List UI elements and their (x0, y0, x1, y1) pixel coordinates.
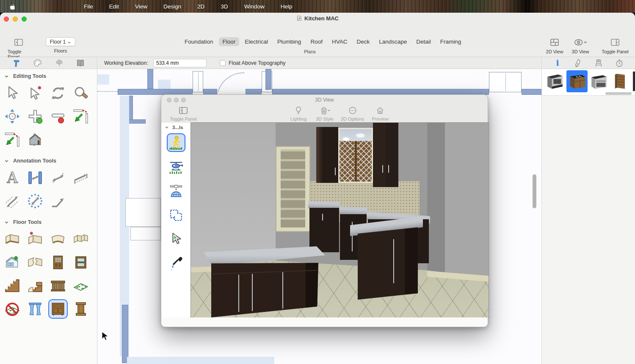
tool-door[interactable] (48, 253, 68, 272)
tool-add-object[interactable] (25, 107, 45, 126)
tool-floor-none[interactable] (3, 299, 22, 319)
tool-multiple-walls[interactable] (71, 229, 91, 249)
tab-hvac[interactable]: HVAC (328, 37, 351, 46)
tool-soffit[interactable] (25, 299, 45, 319)
apple-logo-icon[interactable] (8, 3, 15, 10)
tool-point-dimension[interactable] (3, 191, 22, 211)
plan-fill (97, 74, 109, 85)
tool-floor-material[interactable] (71, 276, 91, 295)
tool-end-dimension[interactable] (48, 168, 68, 188)
tool-leader-line[interactable] (48, 191, 68, 211)
thumbnails-scrollbar[interactable] (605, 92, 632, 95)
plans-label: Plans (181, 49, 439, 54)
plan-wall (203, 89, 217, 95)
toggle-panel-left-button[interactable]: Toggle Panel (8, 37, 30, 59)
panel-tab-chair-icon[interactable] (594, 58, 603, 68)
tool-zoom[interactable] (71, 83, 91, 103)
3d-tool-orbit[interactable] (167, 182, 185, 200)
tool-replace[interactable] (48, 83, 68, 103)
palette-icon[interactable] (33, 58, 42, 68)
3d-tool-select3d[interactable] (167, 230, 185, 248)
3d-viewport[interactable] (191, 123, 489, 317)
tool-interior-dimension[interactable] (25, 168, 45, 188)
tab-deck[interactable]: Deck (353, 37, 373, 46)
tool-accent-fillet[interactable] (71, 107, 91, 126)
render-base-cabinet (309, 208, 339, 252)
tab-roof[interactable]: Roof (306, 37, 326, 46)
tab-floor[interactable]: Floor (219, 37, 240, 46)
tool-select[interactable] (3, 83, 22, 103)
menu-edit[interactable]: Edit (109, 3, 119, 10)
tool-pan[interactable] (3, 107, 22, 126)
working-elevation-input[interactable] (153, 59, 207, 67)
menu-view[interactable]: View (135, 3, 147, 10)
hammer-icon[interactable] (12, 58, 21, 68)
menu-3d[interactable]: 3D (221, 3, 228, 10)
tool-stairs-landing[interactable] (25, 276, 45, 295)
tool-radial-dimension[interactable] (25, 191, 45, 211)
tool-room[interactable] (3, 253, 22, 272)
tool-stairs[interactable] (3, 276, 22, 295)
tool-select-similar[interactable] (25, 83, 45, 103)
toggle-panel-right-button[interactable]: Toggle Panel (598, 37, 632, 54)
section-header-annotation-tools[interactable]: Annotation Tools (0, 154, 97, 166)
vertical-scrollbar[interactable] (533, 174, 536, 208)
3d-tool-flyover[interactable] (167, 157, 185, 176)
tool-accent-chamfer[interactable] (3, 130, 22, 149)
render-right-wall (445, 123, 489, 281)
menu-window[interactable]: Window (244, 3, 265, 10)
library-item-tall-cabinet[interactable] (610, 70, 632, 92)
3d-3d-style-button[interactable]: 3D Style (315, 106, 335, 121)
3d-tool-walkthrough[interactable] (167, 133, 185, 152)
menu-2d[interactable]: 2D (197, 3, 204, 10)
tool-curved-wall[interactable] (48, 229, 68, 249)
library-thumbnail-partial[interactable] (633, 72, 635, 91)
section-header-editing-tools[interactable]: Editing Tools (0, 69, 97, 82)
menu-help[interactable]: Help (281, 3, 293, 10)
tab-landscape[interactable]: Landscape (375, 37, 411, 46)
3d-lighting-button[interactable]: Lighting (288, 106, 309, 121)
3d-preview-button[interactable]: Preview (370, 106, 390, 121)
tool-cross-section[interactable] (25, 130, 45, 149)
tool-wall-special[interactable] (25, 229, 45, 249)
tool-angular-dimension[interactable] (71, 168, 91, 188)
3d-toggle-panel-button[interactable]: Toggle Panel (171, 106, 196, 121)
tool-column[interactable] (71, 299, 91, 319)
library-item-cooktop-base-cabinet[interactable] (566, 70, 588, 92)
tool-railing[interactable] (48, 276, 68, 295)
tool-wall-break[interactable] (25, 253, 45, 272)
3d-view-button[interactable]: 3D View (567, 37, 594, 54)
menu-file[interactable]: File (84, 3, 93, 10)
menu-design[interactable]: Design (163, 3, 181, 10)
book-icon[interactable] (76, 58, 85, 68)
3d-3d-options-button[interactable]: 3D Options (341, 106, 364, 121)
plan-window (193, 71, 203, 92)
float-above-topography-checkbox[interactable] (220, 60, 226, 66)
tab-framing[interactable]: Framing (436, 37, 465, 46)
plan-canvas[interactable]: Closet 3D View Toggle Panel Lighting3D S… (97, 69, 541, 364)
3d-view-window[interactable]: 3D View Toggle Panel Lighting3D Style3D … (161, 94, 488, 327)
library-item-range-oven[interactable] (544, 70, 566, 92)
tool-remove-object[interactable] (48, 107, 68, 126)
2d-view-button[interactable]: 2D View (543, 37, 566, 54)
plan-wall (265, 69, 271, 90)
tool-wall[interactable] (3, 229, 22, 249)
section-header-floor-tools[interactable]: Floor Tools (0, 215, 97, 228)
panel-tab-info-icon[interactable]: i (553, 58, 562, 68)
tab-foundation[interactable]: Foundation (181, 37, 217, 46)
3d-tools-header[interactable]: 3...ls (161, 123, 190, 132)
toggle-panel-icon (14, 37, 23, 47)
panel-tab-stopwatch-icon[interactable] (615, 58, 624, 68)
tab-electrical[interactable]: Electrical (241, 37, 272, 46)
tree-icon[interactable] (55, 58, 64, 68)
panel-tab-pen-icon[interactable] (574, 58, 583, 68)
tool-window[interactable] (71, 253, 91, 272)
tab-detail[interactable]: Detail (412, 37, 435, 46)
tool-base-cabinet[interactable] (48, 299, 68, 319)
tab-plumbing[interactable]: Plumbing (273, 37, 305, 46)
3d-tool-plan-camera[interactable] (167, 206, 185, 224)
library-item-gas-range[interactable] (588, 70, 610, 92)
tool-text[interactable]: A (3, 168, 22, 188)
floors-dropdown[interactable]: Floor 1 (46, 37, 75, 46)
3d-tool-eyedropper[interactable] (167, 254, 185, 273)
